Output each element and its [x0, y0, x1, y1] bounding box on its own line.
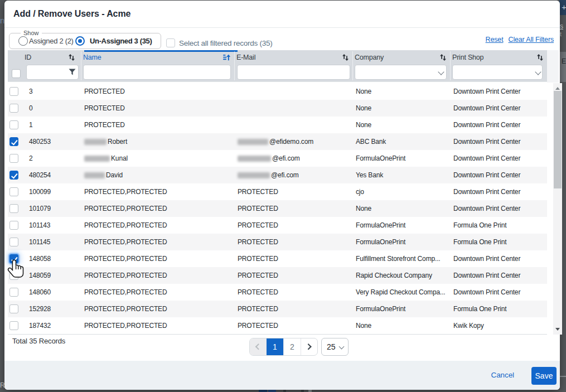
cell-email: PROTECTED — [234, 250, 352, 267]
cell-name: PROTECTED,PROTECTED — [81, 200, 234, 217]
add-remove-users-dialog: Add / Remove Users - Acme Show Assigned … — [4, 1, 560, 390]
print-shop-filter-select[interactable] — [452, 65, 543, 80]
column-header-id[interactable]: ID — [25, 50, 81, 65]
cell-print-shop: Formula One Print — [450, 217, 547, 234]
row-checkbox[interactable] — [9, 238, 18, 246]
table-row: 101143PROTECTED,PROTECTEDPROTECTEDFormul… — [8, 217, 547, 234]
background-page-fragment: n — [0, 16, 4, 26]
select-page-checkbox[interactable] — [12, 69, 21, 78]
scroll-down-icon[interactable] — [555, 328, 560, 331]
cell-id: 3 — [25, 83, 81, 100]
row-checkbox[interactable] — [9, 288, 18, 297]
cell-email: PROTECTED — [234, 301, 352, 317]
cell-company: None — [352, 317, 450, 334]
column-header-company[interactable]: Company — [352, 50, 450, 65]
select-all-label[interactable]: Select all filtered records (35) — [179, 39, 273, 47]
column-header-email-label: E-Mail — [236, 54, 255, 61]
cell-print-shop: Kwik Kopy — [450, 317, 547, 334]
background-page-fragment: t a — [560, 31, 566, 38]
column-header-name[interactable]: Name — [81, 50, 234, 65]
cancel-button[interactable]: Cancel — [491, 371, 514, 379]
redacted-text — [238, 139, 268, 145]
cell-print-shop: Downtown Print Center — [450, 284, 547, 301]
page-size-value: 25 — [327, 342, 336, 351]
sort-both-icon — [537, 54, 543, 61]
next-page-button[interactable] — [301, 338, 317, 355]
scrollbar-thumb[interactable] — [554, 91, 562, 188]
cell-email: PROTECTED — [234, 183, 352, 200]
column-header-email[interactable]: E-Mail — [234, 50, 352, 65]
row-checkbox[interactable] — [9, 187, 18, 196]
cell-company: FormulaOnePrint — [352, 150, 450, 167]
select-all-checkbox[interactable] — [166, 38, 175, 47]
email-filter-input[interactable] — [237, 65, 350, 80]
page-2-button[interactable]: 2 — [283, 338, 301, 355]
cell-name: David — [81, 167, 234, 183]
cell-name: Kunal — [81, 150, 234, 167]
row-checkbox[interactable] — [9, 254, 18, 263]
radio-unassigned-label[interactable]: Un-Assigned 3 (35) — [90, 37, 152, 45]
name-filter-input[interactable] — [83, 65, 231, 80]
vertical-scrollbar[interactable] — [553, 83, 562, 335]
row-checkbox[interactable] — [9, 304, 18, 313]
row-checkbox[interactable] — [9, 321, 18, 330]
cell-company: None — [352, 117, 450, 133]
row-checkbox[interactable] — [9, 154, 18, 163]
cell-name: PROTECTED,PROTECTED — [81, 234, 234, 250]
radio-unassigned[interactable] — [75, 36, 85, 46]
table-row: 101079PROTECTED,PROTECTEDPROTECTEDNoneDo… — [8, 200, 547, 217]
redacted-text — [84, 156, 110, 162]
cell-name: PROTECTED — [81, 83, 234, 100]
cell-email: PROTECTED — [234, 200, 352, 217]
pager: 1 2 — [249, 338, 318, 356]
grid-header-filler — [547, 50, 559, 83]
pagination-strip: Total 35 Records 1 2 25 — [4, 335, 560, 361]
column-header-print-shop[interactable]: Print Shop — [450, 50, 547, 65]
page-size-select[interactable]: 25 — [321, 338, 349, 356]
dialog-footer: Cancel Save — [4, 361, 560, 390]
filter-funnel-icon[interactable] — [69, 69, 76, 76]
cell-company: Very Rapid Checkout Compa... — [352, 284, 450, 301]
row-checkbox[interactable] — [9, 120, 18, 129]
cell-name: Robert — [81, 133, 234, 150]
dialog-title-bar: Add / Remove Users - Acme — [4, 1, 560, 28]
cell-id: 480253 — [25, 133, 81, 150]
cell-print-shop: Downtown Print Center — [450, 250, 547, 267]
sort-both-icon — [69, 54, 75, 61]
row-checkbox[interactable] — [9, 271, 18, 280]
row-checkbox[interactable] — [9, 171, 18, 180]
cell-email: @efi.com — [234, 150, 352, 167]
cell-print-shop: Downtown Print Center — [450, 167, 547, 183]
row-checkbox[interactable] — [9, 104, 18, 113]
cell-id: 2 — [25, 150, 81, 167]
cell-name: PROTECTED,PROTECTED — [81, 301, 234, 317]
sort-both-icon — [440, 54, 446, 61]
cell-print-shop: Formula One Print — [450, 234, 547, 250]
cell-print-shop: Downtown Print Center — [450, 117, 547, 133]
column-header-print-shop-label: Print Shop — [452, 54, 483, 61]
reset-link[interactable]: Reset — [486, 36, 504, 43]
cell-print-shop: Downtown Print Center — [450, 183, 547, 200]
clear-all-filters-link[interactable]: Clear All Filters — [509, 36, 554, 43]
company-filter-select[interactable] — [355, 65, 447, 80]
row-checkbox[interactable] — [9, 137, 18, 146]
cell-id: 148058 — [25, 250, 81, 267]
save-button[interactable]: Save — [531, 367, 557, 385]
cell-name: PROTECTED,PROTECTED — [81, 183, 234, 200]
table-row: 148058PROTECTED,PROTECTEDPROTECTEDFulfil… — [8, 250, 547, 267]
page-1-button[interactable]: 1 — [266, 338, 283, 355]
filter-links: Reset Clear All Filters — [486, 36, 554, 43]
cell-email — [234, 83, 352, 100]
cell-name: PROTECTED,PROTECTED — [81, 317, 234, 334]
radio-assigned[interactable] — [18, 36, 28, 46]
table-row: 3PROTECTEDNoneDowntown Print Center — [8, 83, 547, 100]
radio-assigned-label[interactable]: Assigned 2 (2) — [29, 37, 74, 45]
cell-print-shop: Formula One Print — [450, 301, 547, 317]
scroll-up-icon[interactable] — [555, 87, 560, 90]
row-checkbox[interactable] — [9, 221, 18, 230]
row-checkbox[interactable] — [9, 204, 18, 213]
sort-ascending-icon — [223, 55, 230, 61]
previous-page-button[interactable] — [250, 338, 266, 355]
show-fieldset: Show Assigned 2 (2) Un-Assigned 3 (35) — [9, 33, 161, 49]
row-checkbox[interactable] — [9, 87, 18, 96]
